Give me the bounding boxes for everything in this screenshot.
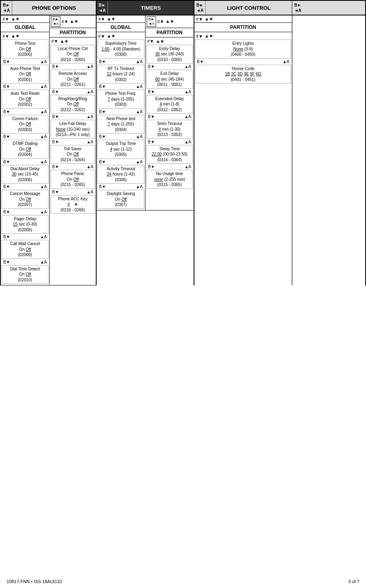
phone-partition-item-3: Line Fail Delay None (10-240 sec) (0213—… — [51, 120, 95, 139]
timers-content: #▼ ▲★ GLOBAL #▼▲★ Supervisory Time 1:00 … — [97, 15, 194, 211]
timers-nav-arrows[interactable]: B► ◄A — [97, 1, 108, 15]
phone-nav-arrows[interactable]: B► ◄A — [1, 1, 12, 15]
timers-global-item-1: RF Tx Timeout 12 hours (2-24) (0302) — [97, 65, 144, 84]
phone-global-item-5: Dial Abort Delay 30 sec (15-45) (02006) — [2, 165, 49, 184]
timers-partition-label: PARTITION — [146, 28, 194, 37]
phone-b-forward[interactable]: B► — [3, 2, 10, 8]
timers-section-header: B► ◄A TIMERS — [97, 1, 194, 15]
phone-global-label: GLOBAL — [1, 23, 49, 32]
phone-section: #▼ ▲★ GLOBAL #▼ ▲★ Phone — [1, 15, 97, 285]
phone-global-items: #▼ ▲★ Phone Test On Off (02000) B▼▲A — [1, 32, 49, 285]
up-star-icon: ▲★ — [11, 16, 20, 22]
timers-a-back[interactable]: ◄A — [99, 8, 106, 13]
tg-ctrl-hash: #▼ — [98, 17, 105, 22]
timers-partition-item-2: Extended Delay 4 min (1-8) (0312 - 0362) — [146, 95, 193, 114]
timers-b-forward[interactable]: B► — [99, 2, 106, 8]
phone-partition-items: #▼▲★ Local Phone Ctrl On Off (0210 - 026… — [50, 37, 96, 215]
pp-ctrl-hash: #▼ — [62, 19, 68, 24]
footer-right: 3 of 7 — [348, 579, 359, 584]
timers-global-item-0: Supervisory Time 1:00 - 4:00 (Random) (0… — [97, 39, 144, 59]
tp-ctrl-hash: #▼ — [157, 19, 164, 24]
timers-global-label: GLOBAL — [97, 23, 145, 32]
tp-bva-3: B▼▲A — [146, 139, 193, 145]
tp-bva-0: B▼▲A — [146, 64, 193, 69]
pg-ctrl-star: ▲★ — [11, 33, 20, 39]
phone-section-header: B► ◄A PHONE OPTIONS — [1, 1, 97, 15]
phone-global-item-2: Auto Test Reset On Off (02002) — [2, 90, 49, 109]
phone-partition-col: B► ◄A #▼ ▲★ PARTITION #▼▲★ — [50, 15, 96, 285]
pg-bva-1: B▼▲A — [2, 84, 49, 89]
timers-partition-items: #▼▲★ Entry Delay 30 sec (30-240) (0310 -… — [146, 37, 194, 190]
timers-partition-nav-box[interactable]: B► ◄A — [147, 16, 156, 27]
main-content: #▼ ▲★ GLOBAL #▼ ▲★ Phone — [0, 15, 366, 285]
last-a-back[interactable]: ◄A — [294, 8, 301, 13]
page: B► ◄A PHONE OPTIONS B► ◄A TIMERS B► ◄A L… — [0, 0, 366, 285]
hash-down-icon: #▼ — [2, 17, 9, 22]
pg-bva-6: B▼▲A — [2, 209, 49, 215]
light-a-back[interactable]: ◄A — [196, 8, 203, 13]
phone-partition-item-5: Phone Panic On Off (0215 - 0265) — [51, 170, 95, 189]
footer-left: 10817-FNN • ISS 18AUG10 — [7, 579, 62, 584]
phone-partition-label: PARTITION — [50, 28, 96, 37]
phone-global-item-4: DTMF Dialing On Off (02004) — [2, 140, 49, 159]
light-nav-arrows[interactable]: B► ◄A — [194, 1, 206, 15]
timers-global-item-2: Phone Test Freq. 7 days (1-255) (0303) — [97, 90, 144, 109]
phone-global-item-9: Dial Tone Detect On Off (02010) — [2, 265, 49, 284]
timers-global-item-4: Output Trip Time 4 sec (1-12) (0305) — [97, 140, 144, 159]
phone-global-item-7: Pager Delay 15 sec (0-30) (02008) — [2, 215, 49, 234]
timers-title: TIMERS — [108, 2, 194, 14]
phone-partition-item-1: Remote Access On Off (0211 - 0261) — [51, 70, 95, 89]
last-nav-arrows[interactable]: B► ◄A — [292, 1, 303, 15]
phone-global-col: #▼ ▲★ GLOBAL #▼ ▲★ Phone — [1, 15, 50, 285]
pg-bva-8: B▼▲A — [2, 259, 49, 265]
pg-bva-4: B▼▲A — [2, 159, 49, 165]
last-col — [292, 15, 365, 285]
pp-bva-3: B▼▲A — [51, 139, 95, 145]
lp-ctrl-star: ▲★ — [205, 16, 213, 22]
phone-global-item-3: Comm Failure On Off (02003) — [2, 115, 49, 134]
light-partition-item-0: Entry Lights None (3-9) (0400 - 0450) — [195, 39, 291, 59]
light-partition-item-1: House Code 1B 2C 3D 4E 5F 6G (0401 - 045… — [195, 65, 291, 84]
light-section: #▼ ▲★ PARTITION #▼▲★ Entry Lights None (… — [194, 15, 292, 285]
pp-bva-4: B▼▲A — [51, 164, 95, 169]
timers-partition-item-0: Entry Delay 30 sec (30-240) (0310 - 0360… — [146, 45, 193, 64]
pp-bva-5: B▼▲A — [51, 189, 95, 195]
light-partition-col: #▼ ▲★ PARTITION #▼▲★ Entry Lights None (… — [194, 15, 292, 85]
timers-partition-col: B► ◄A #▼ ▲★ PARTITION #▼▲★ Entry De — [146, 15, 194, 210]
pg-bva-2: B▼▲A — [2, 109, 49, 114]
tg-bva-5: B▼▲A — [97, 184, 144, 189]
last-b-forward[interactable]: B► — [294, 2, 301, 8]
last-nav-header: B► ◄A — [292, 1, 365, 15]
timers-partition-item-4: Sleep Time 22:00 (00:00-23:50) (0314 - 0… — [146, 145, 193, 164]
timers-partition-item-1: Exit Delay 60 sec (45-184) (0011 - 0061) — [146, 70, 193, 89]
pg-bva-5: B▼▲A — [2, 184, 49, 189]
timers-global-col: #▼ ▲★ GLOBAL #▼▲★ Supervisory Time 1:00 … — [97, 15, 146, 210]
pp-bva-2: B▼▲A — [51, 114, 95, 119]
lp-bva-0: B▼▲A — [195, 59, 291, 64]
phone-partition-item-6: Phone ACC Key # ★ (0216 - 0266) — [51, 195, 95, 214]
timers-global-item-3: Next Phone test 7 days (1-255) (0304) — [97, 115, 144, 134]
tp-bva-2: B▼▲A — [146, 114, 193, 119]
phone-partition-item-0: Local Phone Ctrl On Off (0210 - 0260) — [51, 45, 95, 64]
footer: 10817-FNN • ISS 18AUG10 3 of 7 — [0, 579, 366, 584]
tp-ctrl-star: ▲★ — [165, 19, 174, 24]
phone-global-ctrl: #▼ ▲★ — [1, 15, 49, 23]
light-b-forward[interactable]: B► — [196, 2, 203, 8]
phone-title: PHONE OPTIONS — [12, 2, 96, 14]
phone-partition-item-4: Toll Saver On Off (0214 - 0264) — [51, 145, 95, 164]
light-section-header: B► ◄A LIGHT CONTROL — [194, 1, 292, 15]
timers-global-item-5: Activity Timeout 24 hours (1-42) (0306) — [97, 165, 144, 184]
phone-global-item-1: Auto Phone Test On Off (02001) — [2, 65, 49, 84]
phone-global-top: #▼ ▲★ GLOBAL #▼ ▲★ Phone — [1, 15, 96, 285]
phone-global-item-8: Call Wait Cancel On Off (02009) — [2, 240, 49, 259]
phone-global-item-6: Cancel Message On Off (02007) — [2, 190, 49, 209]
tg-ctrl-star: ▲★ — [107, 16, 115, 22]
tg-bva-0: B▼▲A — [97, 59, 144, 64]
phone-a-back[interactable]: ◄A — [3, 8, 10, 13]
pg-bva-3: B▼▲A — [2, 134, 49, 139]
tg-bva-1: B▼▲A — [97, 84, 144, 89]
lp-ctrl-hash: #▼ — [196, 17, 203, 22]
phone-partition-nav-box[interactable]: B► ◄A — [51, 16, 60, 27]
timers-global-item-6: Daylight Saving On Off (0307) — [97, 190, 144, 209]
timers-section: #▼ ▲★ GLOBAL #▼▲★ Supervisory Time 1:00 … — [97, 15, 194, 285]
